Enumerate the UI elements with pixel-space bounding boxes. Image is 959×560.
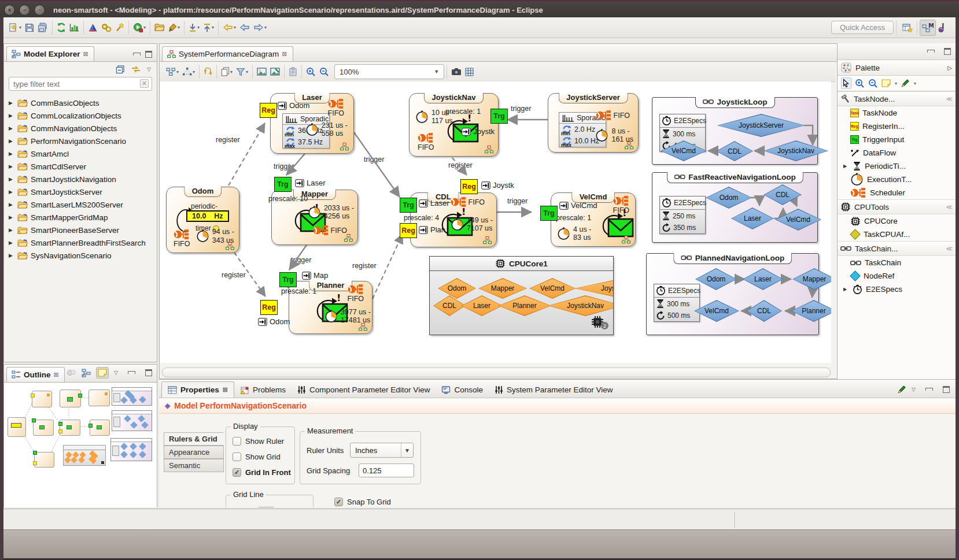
affinity-diamond[interactable]: Planner xyxy=(498,295,551,316)
next-annotation-button[interactable]: ▾ xyxy=(187,20,201,35)
minimize-icon[interactable] xyxy=(925,388,933,391)
palette-item-e2especs[interactable]: ▶E2ESpecs xyxy=(838,283,956,296)
export-edit-button[interactable] xyxy=(268,64,282,79)
zoom-in-button[interactable] xyxy=(304,64,318,79)
tree-item[interactable]: ▶SysNavigationScenario xyxy=(4,249,157,262)
palette-header[interactable]: Palette ▷ xyxy=(838,60,956,76)
window-close-button[interactable]: x xyxy=(4,5,15,16)
annotate-button[interactable]: ▾ xyxy=(167,20,182,35)
pin-icon[interactable]: ≪ xyxy=(946,95,953,103)
tree-item[interactable]: ▶SmartCdlServer xyxy=(4,160,157,173)
palette-group-tasknode[interactable]: TaskNode... ≪ xyxy=(838,91,956,106)
note-tool-icon[interactable] xyxy=(881,79,891,87)
outline-tab[interactable]: Outline ⊠ xyxy=(6,367,65,382)
palette-item-noderef[interactable]: NodeRef xyxy=(838,269,956,283)
view-menu-icon[interactable]: ▽ xyxy=(912,387,916,392)
tab-component-parameter-editor[interactable]: Component Parameter Editor View xyxy=(292,382,436,398)
wand-tool-button[interactable] xyxy=(113,20,126,35)
open-element-button[interactable] xyxy=(153,20,167,35)
tree-view-icon[interactable] xyxy=(82,369,91,377)
tree-item[interactable]: ▶SmartPioneerBaseServer xyxy=(4,224,157,236)
register-input-badge[interactable]: Reg xyxy=(460,179,478,194)
grid-color-button[interactable] xyxy=(257,507,275,507)
tree-item[interactable]: ▶SmartJoystickServer xyxy=(4,186,157,198)
paste-layout-button[interactable] xyxy=(287,64,299,79)
palette-item-dataflow[interactable]: DataFlow xyxy=(838,146,956,160)
palette-item-taskchain[interactable]: TaskChain xyxy=(838,256,956,269)
close-icon[interactable]: ⊠ xyxy=(83,50,88,58)
affinity-diamond[interactable]: Mapper xyxy=(478,278,527,299)
collapse-palette-icon[interactable]: ▷ xyxy=(947,65,952,71)
affinity-diamond[interactable]: JoystickNav xyxy=(548,295,613,316)
quick-access-button[interactable]: Quick Access xyxy=(831,21,894,34)
copy-appearance-button[interactable]: ▾ xyxy=(219,64,234,79)
pin-icon[interactable]: ≪ xyxy=(946,203,953,211)
grid-spacing-input[interactable] xyxy=(359,463,414,477)
palette-item-tasknode[interactable]: TaskTaskNode xyxy=(838,106,956,120)
palette-item-cpucore[interactable]: CPUCore xyxy=(838,214,956,228)
show-ruler-checkbox[interactable]: ✓ xyxy=(233,437,241,446)
tab-system-parameter-editor[interactable]: System Parameter Editor View xyxy=(489,382,619,398)
gears-tool-button[interactable] xyxy=(99,20,113,35)
show-grid-checkbox[interactable]: ✓ xyxy=(233,453,241,461)
ruler-units-select[interactable]: Inches ▼ xyxy=(350,443,414,458)
zoom-out-tool-icon[interactable] xyxy=(868,79,878,88)
trigger-input-badge[interactable]: Trg xyxy=(400,198,417,213)
minimize-icon[interactable] xyxy=(927,50,935,53)
outline-thumbnail[interactable] xyxy=(4,383,157,507)
refresh-diagram-button[interactable] xyxy=(202,64,214,79)
collapse-all-icon[interactable] xyxy=(116,65,125,74)
palette-group-cputools[interactable]: CPUTools ≪ xyxy=(838,199,956,214)
periodic-rate-box[interactable]: 10.0 Hz xyxy=(186,210,229,222)
refresh-button[interactable] xyxy=(55,20,68,35)
palette-item-scheduler[interactable]: Scheduler xyxy=(838,186,956,199)
tree-item[interactable]: ▶SmartJoystickNavigation xyxy=(4,173,157,186)
side-tab-rulers-grid[interactable]: Rulers & Grid xyxy=(164,432,224,446)
snap-to-grid-checkbox[interactable]: ✓ xyxy=(334,498,343,506)
maximize-icon[interactable] xyxy=(944,48,951,55)
previous-annotation-button[interactable]: ▾ xyxy=(201,20,216,35)
side-tab-semantic[interactable]: Semantic xyxy=(164,459,224,472)
tree-item[interactable]: ▶CommLocalizationObjects xyxy=(4,109,157,122)
task-node-joystickserver[interactable]: JoystickServer Sporadic min2.0 Hz max10.… xyxy=(548,93,639,153)
minimize-icon[interactable] xyxy=(133,53,141,55)
editor-tab[interactable]: SystemPerformanceDiagram ⊠ xyxy=(162,46,293,61)
tab-problems[interactable]: Problems xyxy=(234,382,292,398)
task-node-cdl[interactable]: CDL Trg Laser prescale: 4 Reg Plan Reg J… xyxy=(410,192,497,247)
select-tool-icon[interactable] xyxy=(841,77,851,89)
export-image-button[interactable] xyxy=(255,64,268,79)
task-node-odom[interactable]: Odom periodic- 10.0 Hz timer FIFO 94 us … xyxy=(166,187,239,253)
tree-item[interactable]: ▶SmartPlannerBreadthFirstSearch xyxy=(4,236,157,249)
trigger-input-badge[interactable]: Trg xyxy=(279,272,297,287)
zoom-in-tool-icon[interactable] xyxy=(855,79,865,88)
zoom-out-button[interactable] xyxy=(318,64,331,79)
zoom-level-select[interactable]: 100% ▼ xyxy=(334,64,444,79)
filters-button[interactable]: ▾ xyxy=(234,64,250,79)
palette-item-periodictimer[interactable]: ▶PeriodicTi... xyxy=(838,160,956,173)
annotation-tool-icon[interactable] xyxy=(901,79,910,88)
edit-icon[interactable] xyxy=(897,385,906,394)
trigger-input-badge[interactable]: Trg xyxy=(540,206,558,221)
affinity-diamond[interactable]: Odom xyxy=(438,278,476,299)
tab-console[interactable]: Console xyxy=(436,382,489,398)
window-maximize-button[interactable]: ▫ xyxy=(34,5,45,16)
tree-item[interactable]: ▶PerformNavigationScenario xyxy=(4,135,157,147)
new-wizard-button[interactable]: ▾ xyxy=(7,20,23,35)
run-button[interactable]: ▾ xyxy=(131,20,147,35)
horizontal-scrollbar[interactable] xyxy=(162,368,831,377)
side-tab-appearance[interactable]: Appearance xyxy=(164,446,224,459)
affinity-diamond[interactable]: JoystickServer xyxy=(574,278,613,299)
save-button[interactable] xyxy=(23,20,36,35)
task-node-joysticknav[interactable]: JoystickNav 10 us -117 us prescale: 1 ! … xyxy=(409,93,499,157)
trigger-input-badge[interactable]: Trg xyxy=(490,109,508,124)
pyramid-tool-button[interactable] xyxy=(86,20,99,35)
register-input-badge[interactable]: Reg xyxy=(400,223,417,238)
palette-item-executiontime[interactable]: ExecutionT... xyxy=(838,173,956,186)
tree-item[interactable]: ▶SmartAmcl xyxy=(4,147,157,160)
minimize-icon[interactable] xyxy=(128,371,135,374)
back-button[interactable] xyxy=(238,20,252,35)
view-menu-icon[interactable]: ▽ xyxy=(114,370,118,376)
close-icon[interactable]: ⊠ xyxy=(282,50,287,58)
selection-mode-button[interactable]: ▾ xyxy=(180,64,197,79)
modeling-perspective-button[interactable]: M xyxy=(920,20,936,36)
